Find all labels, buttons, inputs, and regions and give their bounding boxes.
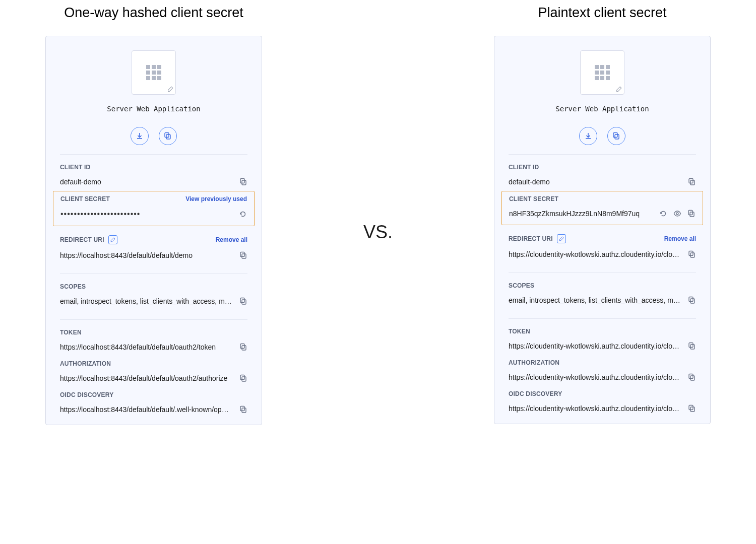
- redirect-uri-label: REDIRECT URI: [509, 235, 553, 242]
- copy-icon[interactable]: [688, 178, 696, 186]
- token-value: https://cloudentity-wkotlowski.authz.clo…: [509, 342, 683, 350]
- app-icon: [132, 50, 176, 95]
- copy-icon[interactable]: [239, 297, 247, 305]
- right-panel: Server Web Application CLIENT ID default…: [494, 36, 711, 424]
- scopes-label: SCOPES: [60, 283, 247, 290]
- client-id-label: CLIENT ID: [509, 164, 696, 171]
- redirect-uri-value: https://cloudentity-wkotlowski.authz.clo…: [509, 250, 683, 258]
- left-panel: Server Web Application CLIENT ID default…: [45, 36, 262, 425]
- token-label: TOKEN: [509, 328, 696, 335]
- copy-icon[interactable]: [688, 373, 696, 381]
- copy-icon[interactable]: [239, 405, 247, 414]
- copy-icon[interactable]: [239, 374, 247, 382]
- client-secret-label: CLIENT SECRET: [60, 195, 110, 202]
- client-secret-highlight: CLIENT SECRET View previously used •••••…: [53, 191, 255, 226]
- scopes-label: SCOPES: [509, 282, 696, 289]
- vs-label: VS.: [363, 222, 393, 243]
- client-id-value: default-demo: [509, 178, 683, 186]
- copy-icon[interactable]: [239, 251, 247, 259]
- app-icon: [580, 50, 624, 95]
- authorization-label: AUTHORIZATION: [509, 359, 696, 366]
- authorization-label: AUTHORIZATION: [60, 360, 247, 367]
- edit-redirect-icon[interactable]: [557, 234, 566, 243]
- scopes-value: email, introspect_tokens, list_clients_w…: [60, 297, 234, 305]
- download-button[interactable]: [131, 127, 149, 145]
- copy-icon[interactable]: [688, 404, 696, 413]
- scopes-value: email, introspect_tokens, list_clients_w…: [509, 296, 683, 304]
- oidc-value: https://cloudentity-wkotlowski.authz.clo…: [509, 404, 683, 413]
- app-name: Server Web Application: [509, 105, 696, 113]
- left-title: One-way hashed client secret: [64, 5, 243, 21]
- view-previous-link[interactable]: View previously used: [185, 195, 247, 202]
- copy-icon[interactable]: [688, 342, 696, 350]
- oidc-label: OIDC DISCOVERY: [60, 391, 247, 398]
- edit-app-icon[interactable]: [166, 85, 174, 93]
- client-secret-highlight: CLIENT SECRET n8HF35qzZkmsukHJzzz9LnN8m9…: [501, 191, 703, 225]
- redirect-uri-label: REDIRECT URI: [60, 236, 104, 243]
- copy-icon[interactable]: [688, 250, 696, 258]
- client-secret-mask: ••••••••••••••••••••••••: [60, 210, 234, 219]
- client-id-label: CLIENT ID: [60, 164, 247, 171]
- client-secret-value: n8HF35qzZkmsukHJzzz9LnN8m9Mf97uq: [509, 210, 654, 218]
- app-name: Server Web Application: [60, 105, 247, 113]
- download-button[interactable]: [579, 127, 597, 145]
- copy-all-button[interactable]: [607, 127, 625, 145]
- token-label: TOKEN: [60, 329, 247, 336]
- remove-all-link[interactable]: Remove all: [216, 236, 247, 243]
- authorization-value: https://localhost:8443/default/default/o…: [60, 374, 234, 382]
- rotate-secret-icon[interactable]: [239, 210, 247, 218]
- remove-all-link[interactable]: Remove all: [664, 235, 696, 242]
- authorization-value: https://cloudentity-wkotlowski.authz.clo…: [509, 373, 683, 381]
- rotate-secret-icon[interactable]: [659, 210, 667, 218]
- client-id-value: default-demo: [60, 178, 234, 186]
- copy-all-button[interactable]: [159, 127, 177, 145]
- client-secret-label: CLIENT SECRET: [509, 195, 558, 202]
- copy-icon[interactable]: [239, 343, 247, 351]
- copy-icon[interactable]: [239, 178, 247, 186]
- copy-icon[interactable]: [687, 210, 696, 218]
- right-title: Plaintext client secret: [538, 5, 666, 21]
- redirect-uri-value: https://localhost:8443/default/default/d…: [60, 251, 234, 259]
- oidc-label: OIDC DISCOVERY: [509, 390, 696, 397]
- edit-redirect-icon[interactable]: [108, 235, 117, 244]
- token-value: https://localhost:8443/default/default/o…: [60, 343, 234, 351]
- copy-icon[interactable]: [688, 296, 696, 304]
- edit-app-icon[interactable]: [615, 85, 623, 93]
- oidc-value: https://localhost:8443/default/default/.…: [60, 405, 234, 414]
- reveal-secret-icon[interactable]: [673, 210, 681, 218]
